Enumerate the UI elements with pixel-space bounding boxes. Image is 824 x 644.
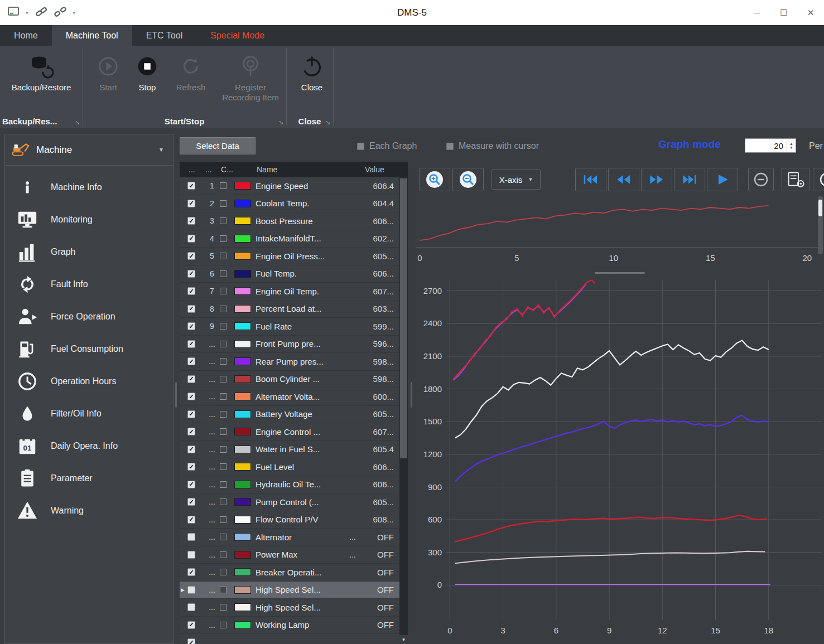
sidebar-item-fuel-consumption[interactable]: Fuel Consumption — [5, 333, 173, 365]
tab-etc-tool[interactable]: ETC Tool — [132, 25, 197, 46]
row-secondary-checkbox[interactable] — [220, 604, 227, 611]
overview-range-thumb[interactable] — [818, 200, 822, 216]
table-row[interactable]: ✓...Working LampOFF — [180, 617, 399, 635]
rewind-button[interactable] — [608, 168, 639, 191]
zoom-out-button[interactable] — [452, 168, 484, 191]
play-button[interactable] — [707, 168, 738, 191]
row-secondary-checkbox[interactable] — [220, 217, 227, 224]
table-scrollbar[interactable]: ▼ — [399, 177, 408, 644]
tab-home[interactable]: Home — [0, 25, 52, 46]
go-last-button[interactable] — [674, 168, 705, 191]
sidebar-item-monitoring[interactable]: Monitoring — [5, 204, 173, 236]
sidebar-item-force-operation[interactable]: Force Operation — [5, 301, 173, 333]
group-expand-icon[interactable]: ↘ — [278, 119, 283, 126]
row-checkbox[interactable]: ✓ — [187, 481, 195, 488]
row-secondary-checkbox[interactable] — [220, 182, 227, 189]
overview-range-slider[interactable] — [818, 196, 823, 254]
table-row[interactable]: ✓8Percent Load at...603... — [180, 301, 399, 318]
row-secondary-checkbox[interactable] — [220, 341, 227, 347]
backup-restore-button[interactable]: Backup/Restore — [2, 46, 80, 114]
table-row[interactable]: ✓...Flow Control P/V608... — [180, 511, 399, 529]
table-row[interactable]: ✓...Rear Pump pres...598... — [180, 353, 399, 371]
row-checkbox[interactable] — [187, 533, 195, 541]
row-checkbox[interactable]: ✓ — [187, 446, 195, 453]
scrollbar-thumb[interactable] — [400, 178, 407, 458]
row-secondary-checkbox[interactable] — [220, 253, 227, 259]
app-menu-caret-icon[interactable]: ▾ — [26, 10, 28, 16]
table-row[interactable]: ✓9Fuel Rate599... — [180, 318, 399, 336]
table-row[interactable]: ✓...Boom Cylinder ...598... — [180, 371, 399, 389]
table-row[interactable]: ✓ — [180, 634, 399, 644]
row-checkbox[interactable]: ✓ — [187, 621, 195, 629]
table-row[interactable]: ✓1Engine Speed606.4 — [180, 177, 399, 195]
row-checkbox[interactable]: ✓ — [187, 498, 195, 506]
row-checkbox[interactable]: ✓ — [187, 638, 195, 644]
row-checkbox[interactable]: ✓ — [187, 375, 195, 383]
link-broken-icon[interactable] — [54, 6, 66, 20]
row-secondary-checkbox[interactable] — [220, 622, 227, 628]
row-checkbox[interactable]: ✓ — [187, 357, 195, 365]
row-secondary-checkbox[interactable] — [220, 587, 227, 593]
machine-selector[interactable]: Machine ▼ — [5, 134, 173, 166]
row-secondary-checkbox[interactable] — [220, 235, 227, 242]
table-row[interactable]: ...Alternator...OFF — [180, 529, 399, 546]
row-secondary-checkbox[interactable] — [220, 569, 227, 575]
row-checkbox[interactable]: ✓ — [187, 393, 195, 400]
tab-machine-tool[interactable]: Machine Tool — [52, 25, 132, 46]
each-graph-checkbox[interactable] — [357, 143, 364, 150]
overview-chart[interactable]: 05101520 — [416, 194, 818, 262]
row-checkbox[interactable]: ✓ — [187, 200, 195, 207]
row-checkbox[interactable]: ✓ — [187, 463, 195, 471]
group-expand-icon[interactable]: ↘ — [325, 119, 330, 126]
sidebar-item-daily-opera[interactable]: 01Daily Opera. Info — [5, 430, 173, 462]
select-data-button[interactable]: Select Data — [180, 137, 256, 154]
row-secondary-checkbox[interactable] — [220, 270, 227, 277]
table-row[interactable]: ✓7Engine Oil Temp.607... — [180, 283, 399, 301]
table-row[interactable]: ✓...Hydraulic Oil Te...606... — [180, 476, 399, 494]
table-row[interactable]: ✓...Engine Control ...607... — [180, 423, 399, 441]
row-checkbox[interactable]: ✓ — [187, 516, 195, 524]
row-checkbox[interactable]: ✓ — [187, 217, 195, 225]
row-secondary-checkbox[interactable] — [220, 551, 227, 558]
go-first-button[interactable] — [575, 168, 606, 191]
sidebar-splitter[interactable] — [175, 382, 177, 408]
row-checkbox[interactable]: ✓ — [187, 182, 195, 190]
table-row[interactable]: ...High Speed Sel...OFF — [180, 599, 399, 617]
sidebar-item-warning[interactable]: Warning — [5, 495, 173, 527]
row-checkbox[interactable]: ✓ — [187, 305, 195, 313]
row-secondary-checkbox[interactable] — [220, 358, 227, 365]
row-secondary-checkbox[interactable] — [220, 200, 227, 207]
table-row[interactable]: ✓2Coolant Temp.604.4 — [180, 195, 399, 213]
table-row[interactable]: ...Power Max...OFF — [180, 546, 399, 564]
row-secondary-checkbox[interactable] — [220, 481, 227, 488]
row-checkbox[interactable]: ✓ — [187, 235, 195, 243]
collapse-button[interactable] — [748, 168, 774, 191]
row-checkbox[interactable] — [187, 603, 195, 611]
sidebar-item-filter-oil[interactable]: Filter/Oil Info — [5, 398, 173, 430]
table-row[interactable]: ✓...Breaker Operati...OFF — [180, 564, 399, 582]
x-axis-dropdown[interactable]: X-axis ▼ — [491, 170, 541, 190]
row-secondary-checkbox[interactable] — [220, 446, 227, 453]
row-checkbox[interactable]: ✓ — [187, 270, 195, 278]
table-row[interactable]: ✓...Battery Voltage605... — [180, 406, 399, 424]
tab-special-mode[interactable]: Special Mode — [196, 25, 278, 46]
app-icon[interactable] — [8, 7, 19, 19]
row-secondary-checkbox[interactable] — [220, 393, 227, 400]
row-secondary-checkbox[interactable] — [220, 376, 227, 382]
table-row[interactable]: ✓4IntakeManifoldT...602... — [180, 230, 399, 248]
group-expand-icon[interactable]: ↘ — [75, 119, 80, 126]
row-checkbox[interactable] — [187, 551, 195, 559]
row-secondary-checkbox[interactable] — [220, 288, 227, 294]
row-secondary-checkbox[interactable] — [220, 463, 227, 470]
stop-button[interactable]: Stop — [129, 46, 165, 114]
table-row[interactable]: ▶...High Speed Sel...OFF — [180, 582, 399, 599]
zoom-in-button[interactable] — [419, 168, 450, 191]
sidebar-item-graph[interactable]: Graph — [5, 236, 173, 268]
table-splitter[interactable] — [411, 382, 412, 408]
row-secondary-checkbox[interactable] — [220, 411, 227, 418]
table-row[interactable]: ✓...Front Pump pre...596... — [180, 336, 399, 354]
sidebar-item-machine-info[interactable]: Machine Info — [5, 171, 173, 204]
table-row[interactable]: ✓3Boost Pressure606... — [180, 212, 399, 230]
quick-access-caret-icon[interactable]: ▾ — [73, 10, 76, 16]
table-row[interactable]: ✓...Fuel Level606... — [180, 458, 399, 476]
